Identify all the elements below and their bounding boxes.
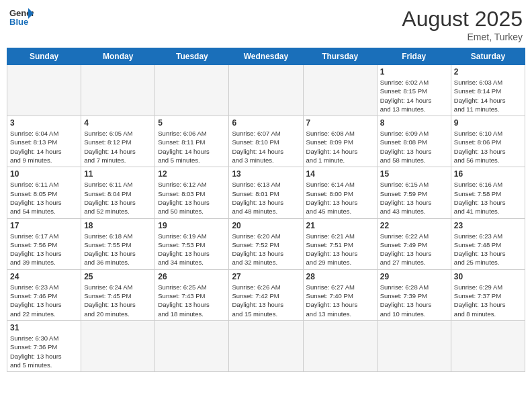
calendar-cell: 27Sunrise: 6:26 AM Sunset: 7:42 PM Dayli… <box>229 269 303 320</box>
day-info: Sunrise: 6:30 AM Sunset: 7:36 PM Dayligh… <box>10 334 78 369</box>
day-header-wednesday: Wednesday <box>229 48 303 65</box>
day-number: 30 <box>454 272 522 281</box>
day-number: 18 <box>84 221 152 230</box>
day-number: 24 <box>10 272 78 281</box>
day-info: Sunrise: 6:06 AM Sunset: 8:11 PM Dayligh… <box>158 129 226 165</box>
calendar-cell <box>81 320 155 371</box>
calendar: SundayMondayTuesdayWednesdayThursdayFrid… <box>7 48 525 372</box>
day-header-thursday: Thursday <box>303 48 377 65</box>
week-row-5: 24Sunrise: 6:23 AM Sunset: 7:46 PM Dayli… <box>7 269 525 320</box>
day-number: 3 <box>10 118 78 128</box>
week-row-2: 3Sunrise: 6:04 AM Sunset: 8:13 PM Daylig… <box>7 116 525 167</box>
calendar-cell: 13Sunrise: 6:13 AM Sunset: 8:01 PM Dayli… <box>229 167 303 218</box>
calendar-cell <box>7 65 81 116</box>
calendar-cell: 7Sunrise: 6:08 AM Sunset: 8:09 PM Daylig… <box>303 116 377 167</box>
week-row-6: 31Sunrise: 6:30 AM Sunset: 7:36 PM Dayli… <box>7 320 525 371</box>
calendar-cell <box>229 65 303 116</box>
day-number: 5 <box>158 118 226 128</box>
day-number: 10 <box>10 169 78 179</box>
day-header-saturday: Saturday <box>451 48 525 65</box>
day-header-tuesday: Tuesday <box>155 48 229 65</box>
day-number: 22 <box>380 221 448 230</box>
calendar-cell: 2Sunrise: 6:03 AM Sunset: 8:14 PM Daylig… <box>451 65 525 116</box>
day-number: 14 <box>306 169 374 179</box>
day-number: 17 <box>10 221 78 230</box>
day-headers: SundayMondayTuesdayWednesdayThursdayFrid… <box>7 48 525 65</box>
day-info: Sunrise: 6:18 AM Sunset: 7:55 PM Dayligh… <box>84 232 152 267</box>
day-info: Sunrise: 6:23 AM Sunset: 7:48 PM Dayligh… <box>454 232 522 267</box>
calendar-cell <box>229 320 303 371</box>
calendar-cell: 19Sunrise: 6:19 AM Sunset: 7:53 PM Dayli… <box>155 218 229 269</box>
calendar-cell: 25Sunrise: 6:24 AM Sunset: 7:45 PM Dayli… <box>81 269 155 320</box>
day-number: 25 <box>84 272 152 281</box>
day-number: 27 <box>232 272 300 281</box>
calendar-cell: 18Sunrise: 6:18 AM Sunset: 7:55 PM Dayli… <box>81 218 155 269</box>
calendar-cell: 23Sunrise: 6:23 AM Sunset: 7:48 PM Dayli… <box>451 218 525 269</box>
calendar-cell <box>303 65 377 116</box>
day-info: Sunrise: 6:25 AM Sunset: 7:43 PM Dayligh… <box>158 283 226 318</box>
day-info: Sunrise: 6:22 AM Sunset: 7:49 PM Dayligh… <box>380 232 448 267</box>
calendar-cell: 24Sunrise: 6:23 AM Sunset: 7:46 PM Dayli… <box>7 269 81 320</box>
day-info: Sunrise: 6:10 AM Sunset: 8:06 PM Dayligh… <box>454 129 522 165</box>
day-number: 21 <box>306 221 374 230</box>
calendar-cell: 9Sunrise: 6:10 AM Sunset: 8:06 PM Daylig… <box>451 116 525 167</box>
page-header: General Blue August 2025 Emet, Turkey <box>7 7 525 42</box>
day-number: 26 <box>158 272 226 281</box>
calendar-cell: 31Sunrise: 6:30 AM Sunset: 7:36 PM Dayli… <box>7 320 81 371</box>
calendar-cell: 17Sunrise: 6:17 AM Sunset: 7:56 PM Dayli… <box>7 218 81 269</box>
day-info: Sunrise: 6:02 AM Sunset: 8:15 PM Dayligh… <box>380 78 448 113</box>
calendar-cell: 28Sunrise: 6:27 AM Sunset: 7:40 PM Dayli… <box>303 269 377 320</box>
title-block: August 2025 Emet, Turkey <box>402 7 523 42</box>
week-row-3: 10Sunrise: 6:11 AM Sunset: 8:05 PM Dayli… <box>7 167 525 218</box>
calendar-cell: 5Sunrise: 6:06 AM Sunset: 8:11 PM Daylig… <box>155 116 229 167</box>
logo: General Blue <box>9 7 34 27</box>
calendar-cell: 26Sunrise: 6:25 AM Sunset: 7:43 PM Dayli… <box>155 269 229 320</box>
day-number: 6 <box>232 118 300 128</box>
day-info: Sunrise: 6:26 AM Sunset: 7:42 PM Dayligh… <box>232 283 300 318</box>
day-number: 16 <box>454 169 522 179</box>
calendar-cell: 3Sunrise: 6:04 AM Sunset: 8:13 PM Daylig… <box>7 116 81 167</box>
day-info: Sunrise: 6:09 AM Sunset: 8:08 PM Dayligh… <box>380 129 448 165</box>
day-number: 9 <box>454 118 522 128</box>
calendar-cell: 8Sunrise: 6:09 AM Sunset: 8:08 PM Daylig… <box>377 116 451 167</box>
day-number: 15 <box>380 169 448 179</box>
week-row-1: 1Sunrise: 6:02 AM Sunset: 8:15 PM Daylig… <box>7 65 525 116</box>
svg-text:Blue: Blue <box>9 17 28 27</box>
calendar-cell: 6Sunrise: 6:07 AM Sunset: 8:10 PM Daylig… <box>229 116 303 167</box>
day-number: 23 <box>454 221 522 230</box>
day-info: Sunrise: 6:11 AM Sunset: 8:05 PM Dayligh… <box>10 180 78 216</box>
day-info: Sunrise: 6:05 AM Sunset: 8:12 PM Dayligh… <box>84 129 152 165</box>
calendar-cell: 14Sunrise: 6:14 AM Sunset: 8:00 PM Dayli… <box>303 167 377 218</box>
calendar-cell <box>155 65 229 116</box>
day-header-monday: Monday <box>81 48 155 65</box>
day-number: 29 <box>380 272 448 281</box>
day-info: Sunrise: 6:13 AM Sunset: 8:01 PM Dayligh… <box>232 180 300 216</box>
day-info: Sunrise: 6:14 AM Sunset: 8:00 PM Dayligh… <box>306 180 374 216</box>
day-number: 13 <box>232 169 300 179</box>
calendar-cell: 30Sunrise: 6:29 AM Sunset: 7:37 PM Dayli… <box>451 269 525 320</box>
day-info: Sunrise: 6:04 AM Sunset: 8:13 PM Dayligh… <box>10 129 78 165</box>
day-info: Sunrise: 6:24 AM Sunset: 7:45 PM Dayligh… <box>84 283 152 318</box>
day-header-sunday: Sunday <box>7 48 81 65</box>
location: Emet, Turkey <box>402 32 523 42</box>
day-info: Sunrise: 6:08 AM Sunset: 8:09 PM Dayligh… <box>306 129 374 165</box>
logo-icon: General Blue <box>9 7 34 27</box>
day-number: 20 <box>232 221 300 230</box>
day-info: Sunrise: 6:28 AM Sunset: 7:39 PM Dayligh… <box>380 283 448 318</box>
calendar-cell <box>81 65 155 116</box>
calendar-cell <box>155 320 229 371</box>
day-info: Sunrise: 6:29 AM Sunset: 7:37 PM Dayligh… <box>454 283 522 318</box>
calendar-cell: 29Sunrise: 6:28 AM Sunset: 7:39 PM Dayli… <box>377 269 451 320</box>
calendar-cell: 12Sunrise: 6:12 AM Sunset: 8:03 PM Dayli… <box>155 167 229 218</box>
day-number: 11 <box>84 169 152 179</box>
day-info: Sunrise: 6:16 AM Sunset: 7:58 PM Dayligh… <box>454 180 522 216</box>
day-info: Sunrise: 6:17 AM Sunset: 7:56 PM Dayligh… <box>10 232 78 267</box>
month-year: August 2025 <box>402 7 523 32</box>
calendar-cell <box>377 320 451 371</box>
day-info: Sunrise: 6:23 AM Sunset: 7:46 PM Dayligh… <box>10 283 78 318</box>
day-info: Sunrise: 6:19 AM Sunset: 7:53 PM Dayligh… <box>158 232 226 267</box>
calendar-cell: 22Sunrise: 6:22 AM Sunset: 7:49 PM Dayli… <box>377 218 451 269</box>
week-row-4: 17Sunrise: 6:17 AM Sunset: 7:56 PM Dayli… <box>7 218 525 269</box>
day-info: Sunrise: 6:15 AM Sunset: 7:59 PM Dayligh… <box>380 180 448 216</box>
day-info: Sunrise: 6:07 AM Sunset: 8:10 PM Dayligh… <box>232 129 300 165</box>
